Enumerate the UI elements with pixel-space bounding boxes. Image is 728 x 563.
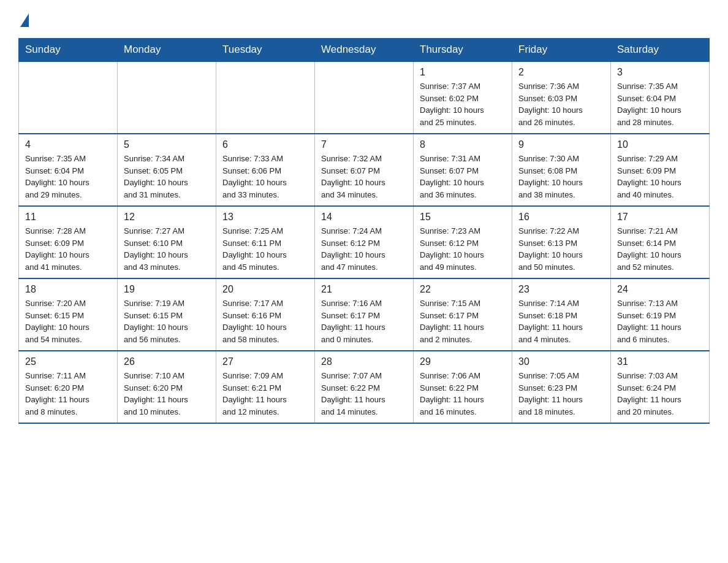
- day-number: 19: [124, 284, 210, 295]
- calendar-cell: 25Sunrise: 7:11 AM Sunset: 6:20 PM Dayli…: [19, 351, 118, 423]
- calendar-cell: 30Sunrise: 7:05 AM Sunset: 6:23 PM Dayli…: [512, 351, 611, 423]
- calendar-cell: 24Sunrise: 7:13 AM Sunset: 6:19 PM Dayli…: [611, 278, 710, 351]
- calendar-cell: 21Sunrise: 7:16 AM Sunset: 6:17 PM Dayli…: [315, 278, 414, 351]
- day-number: 9: [518, 139, 604, 150]
- day-number: 28: [321, 356, 407, 367]
- day-info: Sunrise: 7:30 AM Sunset: 6:08 PM Dayligh…: [518, 153, 604, 201]
- calendar-cell: 8Sunrise: 7:31 AM Sunset: 6:07 PM Daylig…: [414, 134, 512, 206]
- day-number: 25: [25, 356, 111, 367]
- calendar-cell: 1Sunrise: 7:37 AM Sunset: 6:02 PM Daylig…: [414, 61, 512, 134]
- weekday-header-saturday: Saturday: [611, 39, 710, 62]
- day-info: Sunrise: 7:23 AM Sunset: 6:12 PM Dayligh…: [420, 225, 506, 273]
- day-number: 17: [617, 212, 703, 223]
- calendar-cell: 4Sunrise: 7:35 AM Sunset: 6:04 PM Daylig…: [19, 134, 118, 206]
- logo: [18, 12, 29, 27]
- calendar-cell: 26Sunrise: 7:10 AM Sunset: 6:20 PM Dayli…: [118, 351, 216, 423]
- day-info: Sunrise: 7:33 AM Sunset: 6:06 PM Dayligh…: [222, 153, 308, 201]
- day-number: 20: [222, 284, 308, 295]
- day-number: 23: [518, 284, 604, 295]
- day-number: 26: [124, 356, 210, 367]
- day-info: Sunrise: 7:07 AM Sunset: 6:22 PM Dayligh…: [321, 370, 407, 418]
- day-info: Sunrise: 7:25 AM Sunset: 6:11 PM Dayligh…: [222, 225, 308, 273]
- day-info: Sunrise: 7:22 AM Sunset: 6:13 PM Dayligh…: [518, 225, 604, 273]
- calendar-table: SundayMondayTuesdayWednesdayThursdayFrid…: [18, 38, 710, 424]
- weekday-header-friday: Friday: [512, 39, 611, 62]
- day-info: Sunrise: 7:16 AM Sunset: 6:17 PM Dayligh…: [321, 297, 407, 345]
- weekday-header-monday: Monday: [118, 39, 216, 62]
- day-number: 30: [518, 356, 604, 367]
- calendar-cell: 14Sunrise: 7:24 AM Sunset: 6:12 PM Dayli…: [315, 206, 414, 278]
- day-info: Sunrise: 7:06 AM Sunset: 6:22 PM Dayligh…: [420, 370, 506, 418]
- calendar-cell: 20Sunrise: 7:17 AM Sunset: 6:16 PM Dayli…: [216, 278, 315, 351]
- calendar-cell: 28Sunrise: 7:07 AM Sunset: 6:22 PM Dayli…: [315, 351, 414, 423]
- day-number: 21: [321, 284, 407, 295]
- day-number: 13: [222, 212, 308, 223]
- day-info: Sunrise: 7:35 AM Sunset: 6:04 PM Dayligh…: [25, 153, 111, 201]
- calendar-week-3: 11Sunrise: 7:28 AM Sunset: 6:09 PM Dayli…: [19, 206, 710, 278]
- day-info: Sunrise: 7:32 AM Sunset: 6:07 PM Dayligh…: [321, 153, 407, 201]
- calendar-cell: [315, 61, 414, 134]
- calendar-cell: 15Sunrise: 7:23 AM Sunset: 6:12 PM Dayli…: [414, 206, 512, 278]
- calendar-cell: 23Sunrise: 7:14 AM Sunset: 6:18 PM Dayli…: [512, 278, 611, 351]
- day-number: 12: [124, 212, 210, 223]
- calendar-cell: 2Sunrise: 7:36 AM Sunset: 6:03 PM Daylig…: [512, 61, 611, 134]
- day-info: Sunrise: 7:36 AM Sunset: 6:03 PM Dayligh…: [518, 80, 604, 128]
- day-number: 15: [420, 212, 506, 223]
- day-number: 22: [420, 284, 506, 295]
- logo-triangle-icon: [20, 13, 29, 27]
- day-info: Sunrise: 7:24 AM Sunset: 6:12 PM Dayligh…: [321, 225, 407, 273]
- day-info: Sunrise: 7:09 AM Sunset: 6:21 PM Dayligh…: [222, 370, 308, 418]
- day-number: 24: [617, 284, 703, 295]
- calendar-cell: 19Sunrise: 7:19 AM Sunset: 6:15 PM Dayli…: [118, 278, 216, 351]
- page-header: [18, 12, 710, 27]
- day-info: Sunrise: 7:37 AM Sunset: 6:02 PM Dayligh…: [420, 80, 506, 128]
- day-number: 14: [321, 212, 407, 223]
- day-info: Sunrise: 7:20 AM Sunset: 6:15 PM Dayligh…: [25, 297, 111, 345]
- weekday-header-thursday: Thursday: [414, 39, 512, 62]
- calendar-cell: [216, 61, 315, 134]
- day-number: 29: [420, 356, 506, 367]
- calendar-cell: 5Sunrise: 7:34 AM Sunset: 6:05 PM Daylig…: [118, 134, 216, 206]
- calendar-cell: 16Sunrise: 7:22 AM Sunset: 6:13 PM Dayli…: [512, 206, 611, 278]
- calendar-cell: 11Sunrise: 7:28 AM Sunset: 6:09 PM Dayli…: [19, 206, 118, 278]
- calendar-cell: [118, 61, 216, 134]
- weekday-header-sunday: Sunday: [19, 39, 118, 62]
- calendar-cell: 6Sunrise: 7:33 AM Sunset: 6:06 PM Daylig…: [216, 134, 315, 206]
- day-info: Sunrise: 7:21 AM Sunset: 6:14 PM Dayligh…: [617, 225, 703, 273]
- day-info: Sunrise: 7:03 AM Sunset: 6:24 PM Dayligh…: [617, 370, 703, 418]
- day-info: Sunrise: 7:14 AM Sunset: 6:18 PM Dayligh…: [518, 297, 604, 345]
- calendar-week-1: 1Sunrise: 7:37 AM Sunset: 6:02 PM Daylig…: [19, 61, 710, 134]
- day-number: 3: [617, 67, 703, 78]
- calendar-cell: 22Sunrise: 7:15 AM Sunset: 6:17 PM Dayli…: [414, 278, 512, 351]
- weekday-header-tuesday: Tuesday: [216, 39, 315, 62]
- day-number: 11: [25, 212, 111, 223]
- calendar-week-5: 25Sunrise: 7:11 AM Sunset: 6:20 PM Dayli…: [19, 351, 710, 423]
- calendar-cell: 31Sunrise: 7:03 AM Sunset: 6:24 PM Dayli…: [611, 351, 710, 423]
- day-info: Sunrise: 7:17 AM Sunset: 6:16 PM Dayligh…: [222, 297, 308, 345]
- day-number: 16: [518, 212, 604, 223]
- day-number: 7: [321, 139, 407, 150]
- calendar-cell: 10Sunrise: 7:29 AM Sunset: 6:09 PM Dayli…: [611, 134, 710, 206]
- day-number: 1: [420, 67, 506, 78]
- calendar-cell: [19, 61, 118, 134]
- day-number: 5: [124, 139, 210, 150]
- day-info: Sunrise: 7:11 AM Sunset: 6:20 PM Dayligh…: [25, 370, 111, 418]
- calendar-cell: 3Sunrise: 7:35 AM Sunset: 6:04 PM Daylig…: [611, 61, 710, 134]
- calendar-week-2: 4Sunrise: 7:35 AM Sunset: 6:04 PM Daylig…: [19, 134, 710, 206]
- day-number: 4: [25, 139, 111, 150]
- day-info: Sunrise: 7:05 AM Sunset: 6:23 PM Dayligh…: [518, 370, 604, 418]
- day-number: 31: [617, 356, 703, 367]
- day-number: 10: [617, 139, 703, 150]
- day-number: 18: [25, 284, 111, 295]
- calendar-cell: 18Sunrise: 7:20 AM Sunset: 6:15 PM Dayli…: [19, 278, 118, 351]
- day-info: Sunrise: 7:29 AM Sunset: 6:09 PM Dayligh…: [617, 153, 703, 201]
- calendar-cell: 29Sunrise: 7:06 AM Sunset: 6:22 PM Dayli…: [414, 351, 512, 423]
- day-info: Sunrise: 7:15 AM Sunset: 6:17 PM Dayligh…: [420, 297, 506, 345]
- calendar-cell: 13Sunrise: 7:25 AM Sunset: 6:11 PM Dayli…: [216, 206, 315, 278]
- day-number: 8: [420, 139, 506, 150]
- calendar-cell: 17Sunrise: 7:21 AM Sunset: 6:14 PM Dayli…: [611, 206, 710, 278]
- calendar-cell: 9Sunrise: 7:30 AM Sunset: 6:08 PM Daylig…: [512, 134, 611, 206]
- weekday-header-wednesday: Wednesday: [315, 39, 414, 62]
- day-info: Sunrise: 7:27 AM Sunset: 6:10 PM Dayligh…: [124, 225, 210, 273]
- calendar-cell: 7Sunrise: 7:32 AM Sunset: 6:07 PM Daylig…: [315, 134, 414, 206]
